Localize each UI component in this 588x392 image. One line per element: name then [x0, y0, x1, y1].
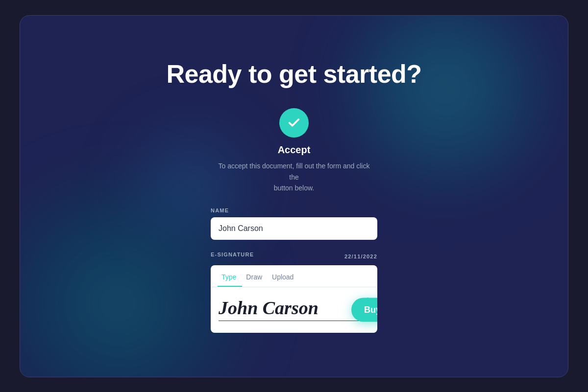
- name-input[interactable]: [211, 217, 377, 240]
- esig-header: E-SIGNATURE 22/11/2022: [211, 252, 377, 261]
- accept-label: Accept: [278, 144, 311, 156]
- name-label: NAME: [211, 208, 377, 213]
- accept-icon-circle: [279, 108, 309, 138]
- esig-date: 22/11/2022: [344, 254, 377, 259]
- check-icon: [287, 116, 301, 130]
- accept-description: To accept this document, fill out the fo…: [216, 161, 372, 193]
- signature-display: John Carson: [219, 297, 369, 321]
- esig-content: John Carson Buyer: [211, 287, 377, 333]
- form-section: NAME E-SIGNATURE 22/11/2022 Type Draw Up…: [211, 208, 377, 333]
- tab-type[interactable]: Type: [218, 270, 242, 287]
- esig-tabs: Type Draw Upload: [211, 265, 377, 287]
- buyer-badge: Buyer: [351, 298, 377, 322]
- tab-upload[interactable]: Upload: [268, 270, 299, 287]
- screen-container: Ready to get started? Accept To accept t…: [20, 15, 568, 377]
- page-title: Ready to get started?: [166, 59, 421, 89]
- tab-draw[interactable]: Draw: [242, 270, 268, 287]
- main-content: Ready to get started? Accept To accept t…: [122, 40, 466, 352]
- esig-label: E-SIGNATURE: [211, 252, 254, 257]
- esig-box: Type Draw Upload John Carson Buyer: [211, 265, 377, 333]
